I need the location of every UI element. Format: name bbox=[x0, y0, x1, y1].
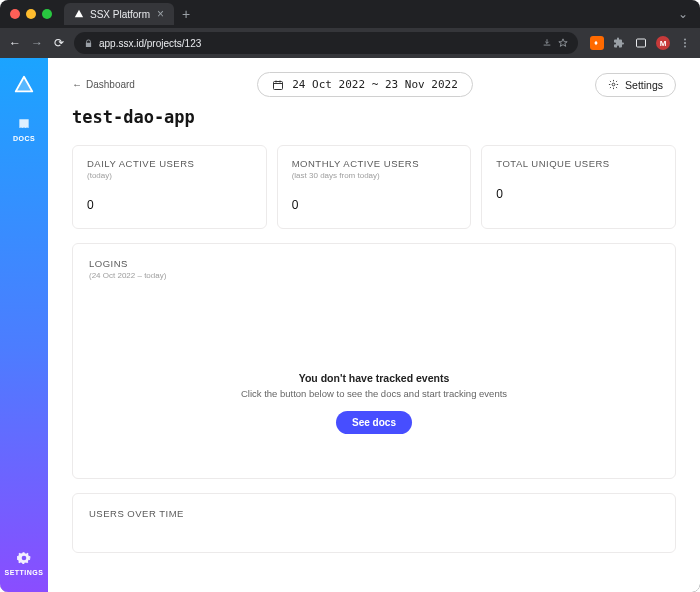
card-dau: DAILY ACTIVE USERS (today) 0 bbox=[72, 145, 267, 229]
url-bar[interactable]: app.ssx.id/projects/123 bbox=[74, 32, 578, 54]
back-link-label: Dashboard bbox=[86, 79, 135, 90]
lock-icon bbox=[84, 39, 93, 48]
close-window-icon[interactable] bbox=[10, 9, 20, 19]
install-pwa-icon[interactable] bbox=[542, 38, 552, 48]
card-subtitle: (last 30 days from today) bbox=[292, 171, 457, 180]
empty-title: You don't have tracked events bbox=[73, 372, 675, 384]
tab-favicon-icon bbox=[74, 9, 84, 19]
extension-icon[interactable] bbox=[590, 36, 604, 50]
settings-label: Settings bbox=[625, 79, 663, 91]
users-over-time-panel: USERS OVER TIME bbox=[72, 493, 676, 553]
chevron-down-icon[interactable]: ⌄ bbox=[676, 7, 690, 21]
page-title: test-dao-app bbox=[72, 107, 676, 127]
browser-window: SSX Platform × + ⌄ ← → ⟳ app.ssx.id/proj… bbox=[0, 0, 700, 592]
sidebar-item-label: SETTINGS bbox=[4, 569, 43, 576]
extensions: M bbox=[586, 36, 692, 50]
logins-panel: LOGINS (24 Oct 2022 – today) You don't h… bbox=[72, 243, 676, 479]
svg-point-3 bbox=[684, 46, 686, 48]
top-row: ← Dashboard 24 Oct 2022 ~ 23 Nov 2022 bbox=[72, 72, 676, 97]
extensions-puzzle-icon[interactable] bbox=[612, 36, 626, 50]
window-controls bbox=[10, 9, 52, 19]
gear-icon bbox=[608, 79, 619, 90]
svg-rect-0 bbox=[637, 39, 646, 47]
svg-point-5 bbox=[612, 83, 615, 86]
card-total-users: TOTAL UNIQUE USERS 0 bbox=[481, 145, 676, 229]
sidebar-item-label: DOCS bbox=[13, 135, 35, 142]
new-tab-icon[interactable]: + bbox=[182, 6, 190, 22]
card-value: 0 bbox=[496, 187, 661, 201]
panel-subtitle: (24 Oct 2022 – today) bbox=[89, 271, 659, 280]
card-subtitle: (today) bbox=[87, 171, 252, 180]
back-to-dashboard-link[interactable]: ← Dashboard bbox=[72, 79, 135, 90]
sidebar-item-settings[interactable]: SETTINGS bbox=[4, 550, 43, 576]
card-value: 0 bbox=[87, 198, 252, 212]
app-logo-icon[interactable] bbox=[13, 74, 35, 96]
tab-title: SSX Platform bbox=[90, 9, 150, 20]
see-docs-button[interactable]: See docs bbox=[336, 411, 412, 434]
kebab-menu-icon[interactable] bbox=[678, 36, 692, 50]
page-content: DOCS SETTINGS ← Dashboard bbox=[0, 58, 700, 592]
browser-toolbar: ← → ⟳ app.ssx.id/projects/123 bbox=[0, 28, 700, 58]
window-icon[interactable] bbox=[634, 36, 648, 50]
minimize-window-icon[interactable] bbox=[26, 9, 36, 19]
empty-state: You don't have tracked events Click the … bbox=[73, 372, 675, 434]
empty-subtitle: Click the button below to see the docs a… bbox=[73, 388, 675, 399]
panel-title: USERS OVER TIME bbox=[89, 508, 659, 519]
stats-row: DAILY ACTIVE USERS (today) 0 MONTHLY ACT… bbox=[72, 145, 676, 229]
svg-point-1 bbox=[684, 39, 686, 41]
calendar-icon bbox=[272, 79, 284, 91]
back-icon[interactable]: ← bbox=[8, 36, 22, 50]
book-icon bbox=[16, 116, 32, 132]
date-range-picker[interactable]: 24 Oct 2022 ~ 23 Nov 2022 bbox=[257, 72, 473, 97]
star-icon[interactable] bbox=[558, 38, 568, 48]
card-title: DAILY ACTIVE USERS bbox=[87, 158, 252, 169]
card-mau: MONTHLY ACTIVE USERS (last 30 days from … bbox=[277, 145, 472, 229]
profile-avatar-icon[interactable]: M bbox=[656, 36, 670, 50]
date-range-text: 24 Oct 2022 ~ 23 Nov 2022 bbox=[292, 78, 458, 91]
maximize-window-icon[interactable] bbox=[42, 9, 52, 19]
card-title: TOTAL UNIQUE USERS bbox=[496, 158, 661, 169]
project-settings-button[interactable]: Settings bbox=[595, 73, 676, 97]
forward-icon: → bbox=[30, 36, 44, 50]
card-title: MONTHLY ACTIVE USERS bbox=[292, 158, 457, 169]
main-area: ← Dashboard 24 Oct 2022 ~ 23 Nov 2022 bbox=[48, 58, 700, 592]
reload-icon[interactable]: ⟳ bbox=[52, 36, 66, 50]
tab-close-icon[interactable]: × bbox=[157, 7, 164, 21]
arrow-left-icon: ← bbox=[72, 79, 82, 90]
titlebar: SSX Platform × + ⌄ bbox=[0, 0, 700, 28]
app-sidebar: DOCS SETTINGS bbox=[0, 58, 48, 592]
sidebar-item-docs[interactable]: DOCS bbox=[13, 116, 35, 142]
browser-tab[interactable]: SSX Platform × bbox=[64, 3, 174, 25]
card-value: 0 bbox=[292, 198, 457, 212]
svg-rect-4 bbox=[274, 81, 283, 89]
url-text: app.ssx.id/projects/123 bbox=[99, 38, 201, 49]
panel-title: LOGINS bbox=[89, 258, 659, 269]
gear-icon bbox=[16, 550, 32, 566]
svg-point-2 bbox=[684, 42, 686, 44]
